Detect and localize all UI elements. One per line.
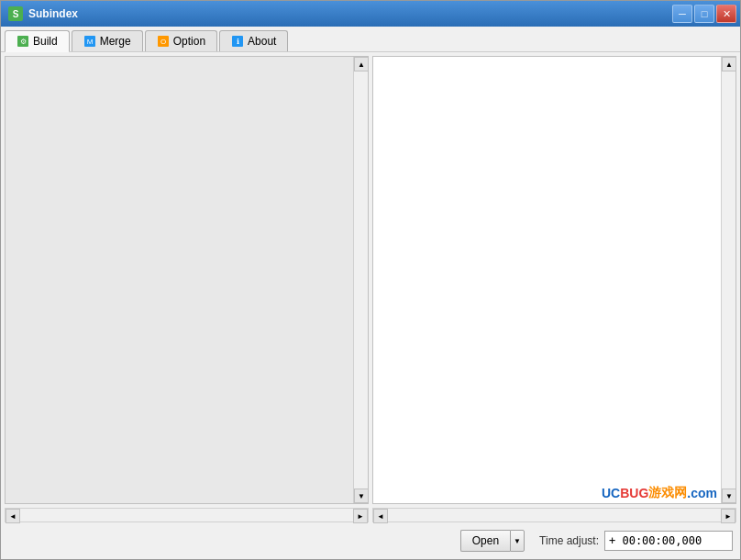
watermark-dot: . [687,486,691,500]
title-bar: S Subindex ─ □ ✕ [1,1,740,27]
maximize-button[interactable]: □ [694,5,714,23]
time-adjust-input[interactable] [604,531,733,551]
left-hscroll-right[interactable]: ► [353,509,368,523]
time-adjust-area: Time adjust: [539,531,733,551]
watermark-games: 游戏网 [648,485,687,501]
bottom-bar: Open ▼ Time adjust: [5,526,736,555]
build-tab-icon: ⚙ [17,35,29,48]
svg-text:O: O [160,38,166,46]
tab-bar: ⚙ Build M Merge O Option ℹ About [1,27,740,52]
right-hscroll-left[interactable]: ◄ [373,509,388,523]
tab-option[interactable]: O Option [145,30,217,51]
watermark: UC BUG 游戏网 . com [602,485,717,501]
left-hscrollbar: ◄ ► [5,508,369,522]
tab-build[interactable]: ⚙ Build [5,30,70,52]
watermark-bug: BUG [620,486,648,500]
right-hscrollbar: ◄ ► [372,508,736,522]
right-panel-vscrollbar: ▲ ▼ [721,57,735,503]
watermark-com: com [691,486,717,500]
left-scroll-track[interactable] [354,71,368,489]
right-scroll-up[interactable]: ▲ [722,57,736,71]
open-button[interactable]: Open [460,530,510,552]
merge-tab-icon: M [83,35,96,48]
option-tab-icon: O [157,35,170,48]
panels-row: ▲ ▼ UC BUG 游戏网 . com [5,56,736,504]
tab-merge-label: Merge [100,35,131,48]
right-panel-content[interactable]: UC BUG 游戏网 . com [373,57,721,503]
left-hscroll-left[interactable]: ◄ [6,509,20,523]
svg-text:⚙: ⚙ [20,38,27,46]
left-hscroll-track[interactable] [20,509,353,522]
close-button[interactable]: ✕ [716,5,736,23]
minimize-button[interactable]: ─ [672,5,692,23]
time-adjust-label: Time adjust: [539,534,599,547]
hscrollbars-row: ◄ ► ◄ ► [5,508,736,522]
app-icon: S [8,6,23,21]
tab-merge[interactable]: M Merge [72,30,143,51]
left-panel-vscrollbar: ▲ ▼ [353,57,368,503]
title-controls: ─ □ ✕ [672,5,736,23]
open-dropdown-arrow[interactable]: ▼ [510,530,525,552]
right-scroll-down[interactable]: ▼ [722,489,736,503]
main-content: ▲ ▼ UC BUG 游戏网 . com [1,52,740,559]
left-panel: ▲ ▼ [5,56,369,504]
left-scroll-down[interactable]: ▼ [354,489,369,503]
watermark-uc: UC [602,486,620,500]
tab-about-label: About [248,35,276,48]
right-scroll-track[interactable] [722,71,735,489]
left-panel-content[interactable] [6,57,353,503]
window-title: Subindex [28,7,78,20]
svg-text:M: M [86,38,93,46]
svg-text:ℹ: ℹ [237,38,239,46]
tab-about[interactable]: ℹ About [219,30,288,51]
about-tab-icon: ℹ [231,35,244,48]
tab-build-label: Build [33,35,58,48]
title-bar-left: S Subindex [8,6,78,21]
right-hscroll-track[interactable] [388,509,721,522]
open-button-group: Open ▼ [460,530,525,552]
right-hscroll-right[interactable]: ► [721,509,735,523]
left-scroll-up[interactable]: ▲ [354,57,369,71]
right-panel: UC BUG 游戏网 . com ▲ ▼ [372,56,736,504]
tab-option-label: Option [173,35,205,48]
main-window: S Subindex ─ □ ✕ ⚙ Build M Merge [0,0,741,560]
